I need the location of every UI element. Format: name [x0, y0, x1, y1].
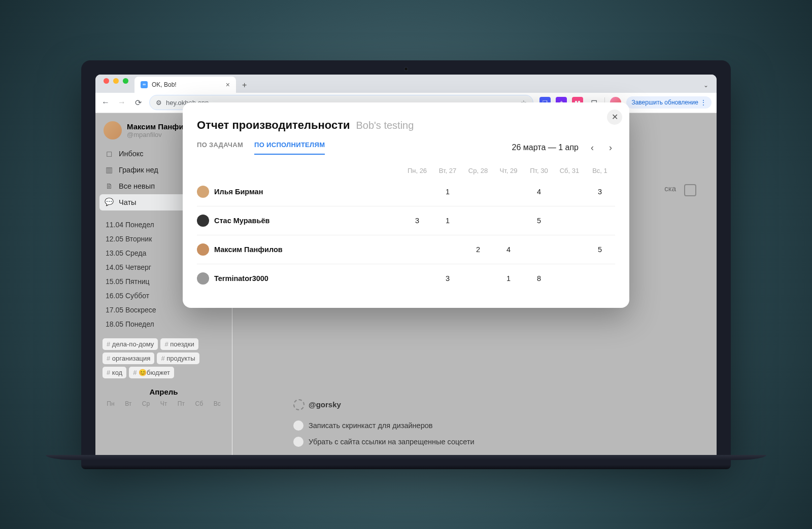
task-checkbox-icon[interactable] — [293, 437, 303, 447]
value-cell: 3 — [585, 188, 615, 196]
report-table: Пн, 26Вт, 27Ср, 28Чт, 29Пт, 30Сб, 31Вс, … — [197, 164, 615, 293]
close-tab-icon[interactable]: × — [226, 81, 230, 89]
month-title: Апрель — [99, 387, 228, 396]
report-row: Terminator3000318 — [197, 264, 615, 293]
new-tab-button[interactable]: + — [238, 81, 251, 93]
user-avatar[interactable] — [104, 121, 122, 139]
task-title: Записать скринкаст для дизайнеров — [309, 421, 432, 430]
window-controls — [99, 78, 132, 89]
browser-tab-strip: ∞ OK, Bob! × + ⌄ — [95, 75, 717, 93]
date-range-nav: 26 марта — 1 апр ‹ › — [512, 142, 615, 154]
update-browser-button[interactable]: Завершить обновление ⋮ — [626, 96, 712, 109]
maximize-window-icon[interactable] — [123, 78, 128, 84]
assignee-avatar — [197, 186, 209, 198]
column-header: Пн, 26 — [402, 167, 432, 174]
calendar-icon: ▥ — [105, 165, 114, 174]
tag-chip[interactable]: # код — [103, 367, 126, 378]
value-cell: 4 — [524, 188, 554, 196]
site-settings-icon[interactable]: ⚙ — [156, 99, 162, 107]
tabs-dropdown-icon[interactable]: ⌄ — [699, 82, 713, 93]
laptop-camera — [404, 67, 408, 71]
assignee-name: Terminator3000 — [214, 274, 268, 283]
tag-chip[interactable]: # 😊бюджет — [129, 367, 174, 378]
assignee-name: Максим Панфилов — [214, 245, 283, 254]
weekday-row: ПнВтСрЧтПтСбВс — [99, 400, 228, 407]
board-view-icon[interactable] — [684, 184, 696, 196]
assignee-handle-row: @gorsky — [293, 399, 475, 410]
assignee-cell: Terminator3000 — [197, 272, 402, 285]
task-checkbox-icon[interactable] — [293, 420, 303, 431]
board-toolbar: ска — [664, 184, 696, 196]
assignee-avatar — [197, 243, 209, 256]
value-cell: 1 — [432, 188, 463, 196]
weekday-label: Сб — [195, 400, 204, 407]
report-header-row: Пн, 26Вт, 27Ср, 28Чт, 29Пт, 30Сб, 31Вс, … — [197, 164, 615, 178]
productivity-report-modal: ✕ Отчет производительности Bob's testing… — [183, 102, 629, 308]
forward-button[interactable]: → — [117, 98, 127, 107]
task-title: Убрать с сайта ссылки на запрещенные соц… — [309, 438, 475, 446]
browser-tab[interactable]: ∞ OK, Bob! × — [134, 77, 236, 93]
back-button[interactable]: ← — [100, 98, 111, 107]
value-cell: 3 — [432, 274, 463, 283]
tab-by-assignees[interactable]: ПО ИСПОЛНИТЕЛЯМ — [254, 141, 325, 155]
value-cell: 8 — [524, 274, 554, 283]
column-header: Вт, 27 — [432, 167, 463, 174]
laptop-mockup: ∞ OK, Bob! × + ⌄ ← → ⟳ ⚙ hey.okbob.app ☆… — [81, 60, 731, 469]
reload-button[interactable]: ⟳ — [133, 98, 143, 108]
assignee-cell: Илья Бирман — [197, 186, 402, 198]
value-cell: 5 — [585, 245, 615, 254]
report-row: Максим Панфилов245 — [197, 235, 615, 264]
nav-schedule-label: График нед — [119, 166, 158, 174]
assignee-handle: @gorsky — [309, 400, 341, 409]
nav-chats-label: Чаты — [119, 198, 136, 206]
inbox-icon: ◻ — [105, 149, 114, 158]
value-cell: 1 — [432, 217, 463, 225]
modal-subtitle: Bob's testing — [356, 120, 414, 131]
task-row[interactable]: Записать скринкаст для дизайнеров — [293, 417, 475, 434]
assignee-avatar — [197, 272, 209, 285]
prev-week-button[interactable]: ‹ — [588, 142, 597, 154]
column-header: Сб, 31 — [554, 167, 585, 174]
minimize-window-icon[interactable] — [113, 78, 119, 84]
weekday-label: Ср — [142, 400, 150, 407]
tag-list: # дела-по-дому# поездки# организация# пр… — [99, 338, 228, 378]
chat-icon: 💬 — [105, 198, 114, 207]
assignee-cell: Максим Панфилов — [197, 243, 402, 256]
tab-by-tasks[interactable]: ПО ЗАДАЧАМ — [197, 141, 243, 155]
tag-chip[interactable]: # продукты — [157, 352, 199, 364]
nav-inbox-label: Инбокс — [119, 150, 144, 158]
task-row[interactable]: Убрать с сайта ссылки на запрещенные соц… — [293, 434, 475, 450]
column-header: Чт, 29 — [493, 167, 524, 174]
close-modal-button[interactable]: ✕ — [607, 110, 622, 125]
close-window-icon[interactable] — [104, 78, 109, 84]
mini-calendar: Апрель ПнВтСрЧтПтСбВс — [99, 387, 228, 407]
column-header: Пт, 30 — [524, 167, 554, 174]
modal-tabs-row: ПО ЗАДАЧАМ ПО ИСПОЛНИТЕЛЯМ 26 марта — 1 … — [197, 141, 615, 155]
weekday-label: Вс — [214, 400, 221, 407]
report-row: Стас Муравьёв315 — [197, 206, 615, 235]
tab-favicon-icon: ∞ — [141, 81, 148, 88]
tab-title: OK, Bob! — [152, 81, 177, 88]
tag-chip[interactable]: # поездки — [160, 338, 198, 350]
board-label-partial: ска — [664, 184, 676, 196]
tag-chip[interactable]: # организация — [103, 352, 154, 364]
value-cell: 1 — [493, 274, 524, 283]
date-item[interactable]: 18.05 Понедел — [104, 317, 224, 331]
weekday-label: Чт — [160, 400, 167, 407]
value-cell: 2 — [463, 245, 493, 254]
nav-overdue-label: Все невып — [119, 182, 155, 190]
assignee-name: Илья Бирман — [214, 188, 263, 196]
report-row: Илья Бирман143 — [197, 178, 615, 206]
assignee-cell: Стас Муравьёв — [197, 215, 402, 227]
value-cell: 4 — [493, 245, 524, 254]
tag-chip[interactable]: # дела-по-дому — [103, 338, 158, 350]
update-label: Завершить обновление — [631, 99, 698, 106]
weekday-label: Пт — [178, 400, 185, 407]
column-header: Ср, 28 — [463, 167, 493, 174]
value-cell: 5 — [524, 217, 554, 225]
next-week-button[interactable]: › — [606, 142, 615, 154]
assignee-avatar — [197, 215, 209, 227]
document-icon: 🗎 — [105, 182, 114, 191]
value-cell: 3 — [402, 217, 432, 225]
tasks-section: @gorsky Записать скринкаст для дизайнеро… — [293, 399, 475, 450]
